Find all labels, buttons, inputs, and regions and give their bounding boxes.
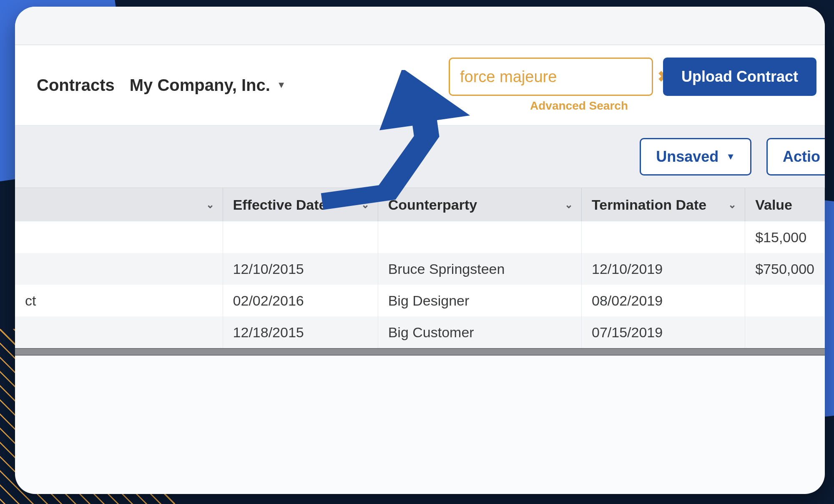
- cell-value: [745, 316, 825, 348]
- table-row[interactable]: $15,000: [15, 221, 825, 253]
- cell-effective: [223, 221, 378, 253]
- column-header-value[interactable]: Value: [745, 188, 825, 221]
- table-row[interactable]: ct 02/02/2016 Big Designer 08/02/2019: [15, 285, 825, 316]
- chevron-down-icon: ▼: [277, 80, 286, 90]
- cell-effective: 02/02/2016: [223, 285, 378, 316]
- cell-termination: 07/15/2019: [581, 316, 745, 348]
- horizontal-scrollbar[interactable]: [15, 348, 825, 356]
- chevron-down-icon[interactable]: ⌄: [361, 199, 369, 211]
- column-header-effective-date[interactable]: Effective Date ⌄: [223, 188, 378, 221]
- cell-counterparty: Big Designer: [378, 285, 581, 316]
- chevron-down-icon: ▼: [726, 151, 735, 162]
- page-title: Contracts: [37, 76, 115, 95]
- column-header-termination-date[interactable]: Termination Date ⌄: [581, 188, 745, 221]
- search-box: ✖: [449, 58, 653, 96]
- upload-contract-button[interactable]: Upload Contract: [663, 58, 816, 96]
- cell-counterparty: Big Customer: [378, 316, 581, 348]
- cell-termination: [581, 221, 745, 253]
- cell-name: ct: [15, 285, 223, 316]
- chevron-down-icon[interactable]: ⌄: [728, 199, 736, 211]
- cell-counterparty: [378, 221, 581, 253]
- action-dropdown[interactable]: Actio: [766, 138, 825, 176]
- cell-effective: 12/10/2015: [223, 253, 378, 285]
- table-row[interactable]: 12/18/2015 Big Customer 07/15/2019: [15, 316, 825, 348]
- company-selector[interactable]: My Company, Inc. ▼: [130, 76, 286, 95]
- advanced-search-link[interactable]: Advanced Search: [530, 99, 628, 113]
- search-row: ✖ Upload Contract: [449, 58, 825, 96]
- table-row[interactable]: 12/10/2015 Bruce Springsteen 12/10/2019 …: [15, 253, 825, 285]
- company-selector-label: My Company, Inc.: [130, 76, 270, 95]
- cell-counterparty: Bruce Springsteen: [378, 253, 581, 285]
- chevron-down-icon[interactable]: ⌄: [206, 199, 214, 211]
- cell-termination: 08/02/2019: [581, 285, 745, 316]
- column-header-counterparty[interactable]: Counterparty ⌄: [378, 188, 581, 221]
- panel-top-spacer: [15, 7, 825, 45]
- chevron-down-icon[interactable]: ⌄: [565, 199, 573, 211]
- contracts-table: ⌄ Effective Date ⌄ Counterparty ⌄ Termin…: [15, 188, 825, 348]
- header-right: ✖ Upload Contract Advanced Search: [449, 58, 825, 113]
- cell-name: [15, 316, 223, 348]
- cell-name: [15, 253, 223, 285]
- cell-effective: 12/18/2015: [223, 316, 378, 348]
- toolbar: Unsaved ▼ Actio: [15, 125, 825, 188]
- cell-value: $15,000: [745, 221, 825, 253]
- search-input[interactable]: [460, 68, 658, 86]
- cell-value: $750,000: [745, 253, 825, 285]
- cell-termination: 12/10/2019: [581, 253, 745, 285]
- unsaved-dropdown[interactable]: Unsaved ▼: [640, 138, 751, 176]
- app-panel: Contracts My Company, Inc. ▼ ✖ Upload Co…: [15, 7, 825, 494]
- column-header-name[interactable]: ⌄: [15, 188, 223, 221]
- unsaved-label: Unsaved: [656, 148, 718, 165]
- header-bar: Contracts My Company, Inc. ▼ ✖ Upload Co…: [15, 45, 825, 125]
- cell-value: [745, 285, 825, 316]
- cell-name: [15, 221, 223, 253]
